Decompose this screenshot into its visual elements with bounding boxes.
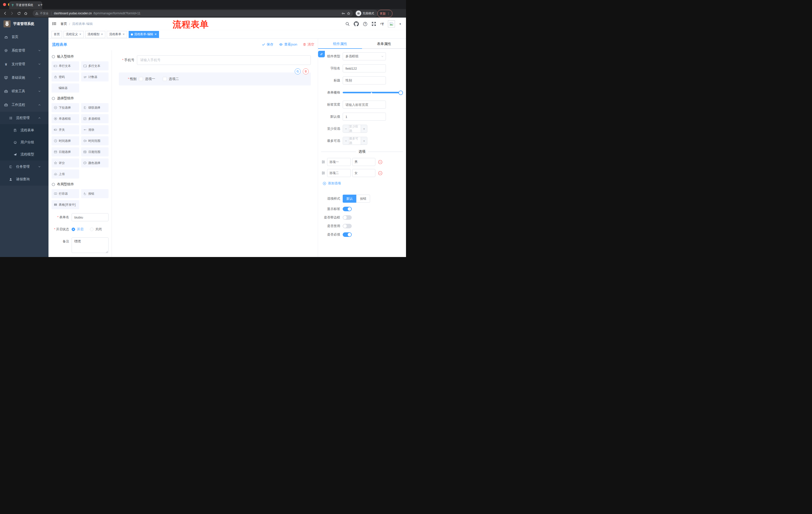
tag-process-definition[interactable]: 流程定义✕ [63,31,84,38]
stepper-decrease-button[interactable]: − [343,125,349,133]
option-label-input[interactable] [327,169,351,177]
url-bar[interactable]: 不安全 dashboard.yudao.iocoder.cn/bpm/manag… [33,10,353,17]
stepper-increase-button[interactable]: + [361,125,367,133]
option-label-input[interactable] [327,158,351,166]
browser-tab[interactable]: 芋道管理系统 ✕ [9,1,42,9]
component-item-rate[interactable]: 评分 [52,158,79,167]
password-key-icon[interactable] [342,11,345,15]
component-item-single-text[interactable]: 单行文本 [52,61,79,71]
form-name-input[interactable] [71,213,109,221]
clear-button[interactable]: 清空 [303,42,314,47]
copy-component-button[interactable] [295,69,301,75]
gender-option-1[interactable]: 选项一 [139,77,155,81]
tag-process-form[interactable]: 流程表单✕ [107,31,127,38]
checkbox[interactable] [163,77,167,81]
min-stepper-value[interactable]: 至少应选 [349,125,361,133]
remove-option-icon[interactable] [378,171,383,175]
sidebar-item-process-mgmt[interactable]: 流程管理 [0,112,49,124]
option-value-input[interactable] [352,158,375,166]
component-item-editor[interactable]: 编辑器 [52,83,79,92]
reload-icon[interactable] [17,11,21,15]
collapse-sidebar-icon[interactable] [52,21,57,26]
canvas-gender-field-selected[interactable]: 性别 选项一 选项二 [119,73,311,85]
tag-close-icon[interactable]: ✕ [101,33,103,36]
sidebar-logo[interactable]: 芋道管理系统 [0,18,49,30]
github-icon[interactable] [354,21,359,26]
component-item-time-range[interactable]: 时间范围 [81,136,109,145]
sidebar-item-devtools[interactable]: 研发工具 [0,84,49,98]
component-item-slider[interactable]: 滑块 [81,125,109,134]
style-default-button[interactable]: 默认 [343,195,356,203]
sidebar-item-process-form[interactable]: 流程表单 [0,124,49,136]
default-value-input[interactable] [343,113,386,121]
sidebar-item-process-model[interactable]: 流程模型 [0,148,49,160]
tag-close-icon[interactable]: ✕ [154,33,157,36]
sidebar-item-home[interactable]: 首页 [0,30,49,44]
component-item-upload[interactable]: 上传 [52,169,79,179]
border-toggle[interactable] [343,215,352,220]
security-warning-icon[interactable] [35,12,38,15]
stepper-decrease-button[interactable]: − [343,137,349,144]
component-item-date-picker[interactable]: 日期选择 [52,147,79,156]
component-item-counter[interactable]: 123 计数器 [81,73,109,81]
label-width-input[interactable] [343,101,386,109]
field-name-input[interactable] [343,64,386,73]
sidebar-item-payment[interactable]: ¥ 支付管理 [0,57,49,71]
sidebar-item-task-mgmt[interactable]: 任务管理 [0,160,49,173]
back-icon[interactable] [3,11,7,15]
canvas-phone-field[interactable]: 手机号 请输入手机号 [119,55,311,65]
radio-on[interactable]: 开启 [71,227,83,232]
tag-process-form-edit[interactable]: 流程表单-编辑✕ [128,31,159,38]
forward-icon[interactable] [10,11,14,15]
security-label[interactable]: 不安全 [40,11,49,15]
component-item-color-picker[interactable]: 颜色选择 [81,158,109,167]
tab-close-icon[interactable]: ✕ [38,3,40,7]
component-type-select[interactable]: 多选框组 [343,52,386,60]
drag-handle-icon[interactable] [321,160,326,164]
sidebar-item-leave-query[interactable]: 请假查询 [0,173,49,186]
tag-home[interactable]: 首页 [52,31,62,38]
tab-component-props[interactable]: 组件属性 [318,39,362,49]
browser-menu-kebab-icon[interactable]: ⋮ [387,12,390,15]
show-label-toggle[interactable] [343,207,352,211]
tag-close-icon[interactable]: ✕ [122,33,125,36]
save-button[interactable]: 保存 [262,42,273,47]
component-item-button[interactable]: 按钮 [81,189,109,198]
grid-slider[interactable] [343,88,403,97]
phone-input[interactable]: 请输入手机号 [137,55,311,65]
option-value-input[interactable] [352,169,375,177]
component-item-table[interactable]: 表格[开发中] [52,200,79,209]
remove-option-icon[interactable] [378,160,383,164]
search-icon[interactable] [345,22,350,26]
tag-process-model[interactable]: 流程模型✕ [85,31,105,38]
slider-track[interactable] [343,92,403,93]
avatar[interactable] [388,20,395,27]
update-button[interactable]: 更新 ⋮ [377,10,393,17]
disabled-toggle[interactable] [343,224,352,228]
style-button-button[interactable]: 按钮 [356,195,370,203]
component-item-select[interactable]: 下拉选择 [52,103,79,112]
component-item-switch[interactable]: 开关 [52,125,79,134]
sidebar-item-workflow[interactable]: 工作流程 [0,98,49,112]
checkbox[interactable] [139,77,143,81]
fullscreen-icon[interactable] [372,22,376,26]
component-item-radio-group[interactable]: 单选框组 [52,114,79,123]
new-tab-button[interactable]: + [40,2,43,7]
component-item-time-picker[interactable]: 时间选择 [52,136,79,145]
component-item-row-container[interactable]: 行容器 [52,189,79,198]
form-remark-textarea[interactable]: 嘿嘿 [71,237,109,253]
component-item-textarea[interactable]: 多行文本 [81,61,109,71]
home-icon[interactable] [24,11,28,15]
delete-component-button[interactable] [303,69,309,75]
avatar-caret-icon[interactable]: ▼ [399,23,402,25]
max-stepper-value[interactable]: 最多可选 [349,137,361,144]
required-toggle[interactable] [343,232,352,237]
tab-form-props[interactable]: 表单属性 [362,39,406,49]
help-icon[interactable]: ? [363,22,368,26]
font-size-icon[interactable]: TT [380,22,384,26]
bookmark-star-icon[interactable] [347,11,350,15]
sidebar-item-user-group[interactable]: 用户分组 [0,136,49,148]
gender-option-2[interactable]: 选项二 [163,77,179,81]
sidebar-item-infra[interactable]: 基础设施 [0,71,49,84]
component-item-date-range[interactable]: 日期范围 [81,147,109,156]
